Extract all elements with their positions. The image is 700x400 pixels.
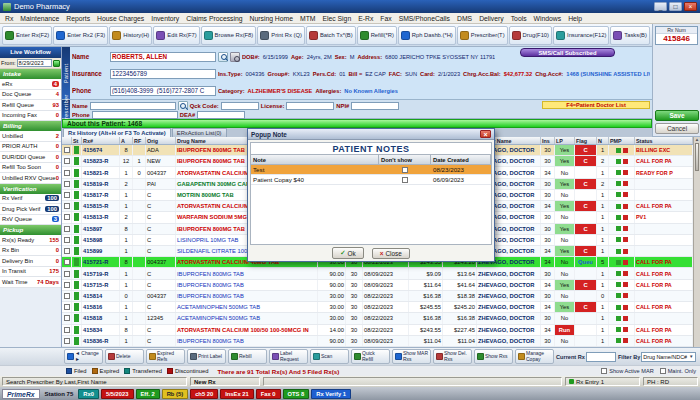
rx-row[interactable]: 415715-R1CIBUPROFEN 800MG TAB90.003008/0…: [62, 280, 693, 291]
workflow-item-prior-auth[interactable]: PRIOR AUTH0: [0, 142, 61, 153]
column-header-st[interactable]: St: [72, 137, 82, 144]
dea-input[interactable]: [197, 111, 245, 119]
row-select-checkbox[interactable]: [62, 302, 72, 312]
menu-item-house-charges[interactable]: House Charges: [97, 15, 144, 22]
menu-item-nursing-home[interactable]: Nursing Home: [250, 15, 293, 22]
npi-input[interactable]: [351, 102, 399, 110]
menu-item-fax[interactable]: Fax: [380, 15, 391, 22]
footer-button-label-request[interactable]: Label Request: [269, 349, 308, 364]
row-select-checkbox[interactable]: [62, 167, 72, 177]
menu-item-sms-phonecalls[interactable]: SMS/PhoneCalls: [399, 15, 450, 22]
show-active-mar-checkbox[interactable]: [601, 368, 607, 374]
row-select-checkbox[interactable]: [62, 280, 72, 290]
row-select-checkbox[interactable]: [62, 179, 72, 189]
row-select-checkbox[interactable]: [62, 257, 72, 267]
footer-button-change[interactable]: ◄ Change ►: [64, 349, 103, 364]
note-row[interactable]: Test08/23/2023: [251, 165, 491, 175]
qck-code-input[interactable]: [221, 102, 259, 110]
menu-item-reports[interactable]: Reports: [66, 15, 90, 22]
filter-by-select[interactable]: Drug Name/NDC# ▼: [641, 352, 695, 362]
rx-row[interactable]: 4158161CACETAMINOPHEN 500MG TAB30.003008…: [62, 302, 693, 313]
taskbar-item-ots-8[interactable]: OTS 8: [283, 389, 310, 399]
popup-close-icon[interactable]: ×: [480, 130, 491, 138]
workflow-item-erx[interactable]: eRx4: [0, 79, 61, 90]
rx-row[interactable]: 415818112345ACETAMINOPHEN 500MG TAB30.00…: [62, 313, 693, 324]
patient-insurance-input[interactable]: [110, 69, 216, 79]
toolbar-button-batch-tx-b[interactable]: Batch Tx*(B): [306, 26, 356, 45]
prescriber-search-icon[interactable]: [178, 101, 188, 110]
row-select-checkbox[interactable]: [62, 235, 72, 245]
workflow-item-incoming-fax[interactable]: Incoming Fax0: [0, 111, 61, 122]
toolbar-button-rph-dashb-h[interactable]: Rph Dashb.(*H): [398, 26, 456, 45]
toolbar-button-refill-r[interactable]: Refill(*R): [357, 26, 397, 45]
save-button[interactable]: Save: [655, 110, 699, 121]
rx-row[interactable]: 415836-R1CIBUPROFEN 800MG TAB90.003008/0…: [62, 336, 693, 347]
taskbar-item-5-5-2023[interactable]: 5/5/2023: [101, 389, 134, 399]
column-header-lp[interactable]: LP: [555, 137, 575, 144]
menu-item-delivery[interactable]: Delivery: [479, 15, 504, 22]
footer-button-show-mar-rxs[interactable]: Show MAR Rxs: [392, 349, 431, 364]
tab-erx-action-list[interactable]: ERxAction List(0): [172, 128, 227, 137]
workflow-item-rx-s-ready[interactable]: Rx(s) Ready155: [0, 235, 61, 246]
rx-row[interactable]: 415719-R1CIBUPROFEN 800MG TAB90.003008/0…: [62, 268, 693, 279]
column-header-n[interactable]: N: [597, 137, 609, 144]
license-input[interactable]: [286, 102, 334, 110]
column-header-ins[interactable]: Ins: [541, 137, 555, 144]
footer-button-quick-refill[interactable]: Quick Refill: [351, 349, 390, 364]
menu-item-elec-sign[interactable]: Elec Sign: [322, 15, 351, 22]
row-select-checkbox[interactable]: [62, 156, 72, 166]
row-select-checkbox[interactable]: [62, 268, 72, 278]
column-header-pmp[interactable]: PMP: [609, 137, 635, 144]
rx-row[interactable]: 4158348CATORVASTATIN CALCIUM 100/50 100-…: [62, 325, 693, 336]
menu-item-rx[interactable]: Rx: [5, 15, 13, 22]
menu-item-e-rx[interactable]: E-Rx: [358, 15, 373, 22]
workflow-item-rxv-queue[interactable]: RxV Queue3: [0, 215, 61, 226]
row-select-checkbox[interactable]: [62, 336, 72, 346]
toolbar-button-insurance-f12[interactable]: Insurance(F12): [553, 26, 609, 45]
patient-name-input[interactable]: [110, 52, 216, 62]
row-select-checkbox[interactable]: [62, 224, 72, 234]
taskbar-item-rx-verify-1[interactable]: Rx Verify 1: [311, 389, 351, 399]
row-select-checkbox[interactable]: [62, 201, 72, 211]
column-header-flag[interactable]: Flag: [575, 137, 597, 144]
taskbar-item-eff-2[interactable]: Eff. 2: [136, 389, 160, 399]
scrollbar-thumb[interactable]: [695, 143, 699, 171]
sms-call-badge[interactable]: SMS/Call Subscribed: [520, 48, 615, 57]
toolbar-button-prescriber-t[interactable]: Prescriber(T): [457, 26, 508, 45]
footer-button-scan[interactable]: Scan: [310, 349, 349, 364]
from-date-input[interactable]: 8/29/2023: [17, 59, 52, 67]
column-header-a[interactable]: A: [120, 137, 133, 144]
close-button[interactable]: ×: [684, 2, 697, 11]
toolbar-button-tasks-b[interactable]: Tasks(B): [610, 26, 650, 45]
toolbar-button-history-h[interactable]: History(H): [109, 26, 152, 45]
toolbar-button-drug-f10[interactable]: Drug(F10): [509, 26, 552, 45]
notes-column-don-t-show[interactable]: Don't show: [379, 155, 431, 164]
column-header-rf[interactable]: RF: [133, 137, 146, 144]
workflow-item-dur-ddi-queue[interactable]: DUR/DDI Queue0: [0, 152, 61, 163]
menu-item-maintenance[interactable]: Maintenance: [20, 15, 59, 22]
popup-title-bar[interactable]: Popup Note ×: [248, 129, 494, 140]
toolbar-button-print-rx-q[interactable]: Print Rx (Q): [257, 26, 305, 45]
column-header-status[interactable]: Status: [635, 137, 693, 144]
tab-rx-history[interactable]: Rx History (Alt+H or F3 To Activate): [63, 128, 171, 137]
taskbar-item-fax-0[interactable]: Fax 0: [256, 389, 281, 399]
dont-show-checkbox[interactable]: [402, 177, 408, 183]
workflow-item-rx-bin[interactable]: Rx Bin0: [0, 246, 61, 257]
footer-button-rebill[interactable]: Rebill: [228, 349, 267, 364]
toolbar-button-browse-rx-f8[interactable]: Browse Rx(F8): [201, 26, 257, 45]
workflow-item-wait-time[interactable]: Wait Time74 Days: [0, 277, 61, 288]
footer-button-show-rxs[interactable]: Show Rxs: [474, 349, 513, 364]
menu-item-tools[interactable]: Tools: [511, 15, 527, 22]
close-note-button[interactable]: × Close: [372, 248, 410, 259]
rx-row[interactable]: 4158140004337IBUPROFEN 800MG TAB30.00300…: [62, 291, 693, 302]
footer-button-delete[interactable]: Delete: [105, 349, 144, 364]
workflow-item-refill-queue[interactable]: Refill Queue93: [0, 100, 61, 111]
footer-button-manage-copay[interactable]: Manage Copay: [515, 349, 554, 364]
workflow-item-drug-pick-verif[interactable]: Drug Pick Verif100: [0, 204, 61, 215]
notes-column-date-created[interactable]: Date Created: [431, 155, 491, 164]
patient-photo-icon[interactable]: [230, 52, 240, 62]
column-header-tag[interactable]: [62, 137, 72, 144]
notes-column-note[interactable]: Note: [251, 155, 379, 164]
menu-item-mtm[interactable]: MTM: [300, 15, 315, 22]
toolbar-button-enter-rx2-f3[interactable]: Enter Rx2 (F3): [53, 26, 108, 45]
